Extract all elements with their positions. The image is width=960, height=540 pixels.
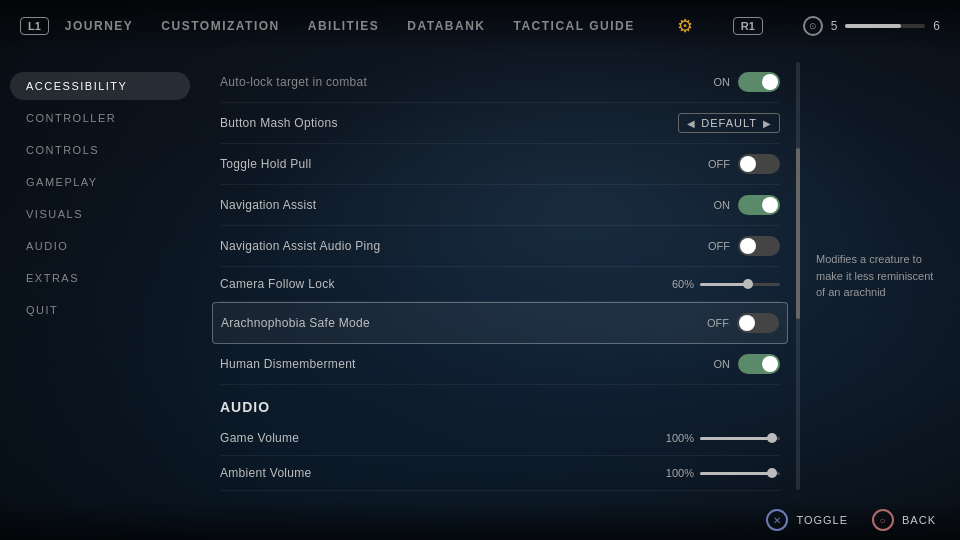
sidebar-item-audio[interactable]: AUDIO — [10, 232, 190, 260]
arachnophobia-control: OFF — [679, 313, 779, 333]
sidebar-item-controls[interactable]: CONTROLS — [10, 136, 190, 164]
gear-icon[interactable]: ⚙ — [671, 12, 699, 40]
camera-follow-value: 60% — [658, 278, 694, 290]
ambient-volume-control: 100% — [658, 467, 780, 479]
setting-game-volume[interactable]: Game Volume 100% — [220, 421, 780, 456]
toggle-action[interactable]: ✕ TOGGLE — [766, 509, 848, 531]
scroll-thumb — [796, 148, 800, 319]
settings-list: Auto-lock target in combat ON Button Mas… — [220, 62, 780, 500]
nav-audio-ping-toggle[interactable] — [738, 236, 780, 256]
progress-bar-fill — [845, 24, 901, 28]
camera-follow-fill — [700, 283, 748, 286]
setting-nav-audio-ping[interactable]: Navigation Assist Audio Ping OFF — [220, 226, 780, 267]
tab-databank[interactable]: DATABANK — [407, 19, 485, 33]
camera-follow-slider-wrap[interactable]: 60% — [658, 278, 780, 290]
progress-bar — [845, 24, 925, 28]
arachnophobia-value: OFF — [701, 317, 729, 329]
setting-dismemberment[interactable]: Human Dismemberment ON — [220, 344, 780, 385]
camera-follow-label: Camera Follow Lock — [220, 277, 658, 291]
sidebar-item-quit[interactable]: QUIT — [10, 296, 190, 324]
game-volume-slider[interactable] — [700, 437, 780, 440]
nav-audio-ping-control: OFF — [680, 236, 780, 256]
game-volume-thumb — [767, 433, 777, 443]
setting-arachnophobia[interactable]: Arachnophobia Safe Mode OFF — [212, 302, 788, 344]
x-button-icon: ✕ — [766, 509, 788, 531]
ambient-volume-label: Ambient Volume — [220, 466, 658, 480]
setting-mono[interactable]: Mono OFF — [220, 491, 780, 500]
setting-camera-follow[interactable]: Camera Follow Lock 60% — [220, 267, 780, 302]
l1-button[interactable]: L1 — [20, 17, 49, 35]
ambient-volume-slider[interactable] — [700, 472, 780, 475]
game-volume-fill — [700, 437, 772, 440]
ambient-volume-fill — [700, 472, 772, 475]
sidebar: ACCESSIBILITY CONTROLLER CONTROLS GAMEPL… — [0, 52, 200, 500]
circle-button-icon: ○ — [872, 509, 894, 531]
default-selector[interactable]: ◀ DEFAULT ▶ — [678, 113, 780, 133]
ambient-volume-thumb — [767, 468, 777, 478]
game-volume-value: 100% — [658, 432, 694, 444]
sidebar-item-extras[interactable]: EXTRAS — [10, 264, 190, 292]
hold-pull-value: OFF — [702, 158, 730, 170]
setting-ambient-volume[interactable]: Ambient Volume 100% — [220, 456, 780, 491]
audio-section-header: AUDIO — [220, 385, 780, 421]
dismemberment-toggle[interactable] — [738, 354, 780, 374]
tab-tactical-guide[interactable]: TACTICAL GUIDE — [513, 19, 634, 33]
autolock-control: ON — [680, 72, 780, 92]
sidebar-item-visuals[interactable]: VISUALS — [10, 200, 190, 228]
nav-assist-toggle[interactable] — [738, 195, 780, 215]
camera-follow-slider[interactable] — [700, 283, 780, 286]
progress-end: 6 — [933, 19, 940, 33]
camera-follow-control: 60% — [658, 278, 780, 290]
game-volume-slider-wrap[interactable]: 100% — [658, 432, 780, 444]
ambient-volume-value: 100% — [658, 467, 694, 479]
autolock-value: ON — [702, 76, 730, 88]
default-value: DEFAULT — [701, 117, 757, 129]
scrollbar[interactable] — [796, 62, 800, 490]
dismemberment-label: Human Dismemberment — [220, 357, 680, 371]
progress-circle-icon: ⊙ — [803, 16, 823, 36]
nav-audio-ping-value: OFF — [702, 240, 730, 252]
nav-tabs: JOURNEY CUSTOMIZATION ABILITIES DATABANK… — [65, 12, 803, 40]
info-panel: Modifies a creature to make it less remi… — [800, 52, 960, 500]
top-navigation: L1 JOURNEY CUSTOMIZATION ABILITIES DATAB… — [0, 0, 960, 52]
back-action[interactable]: ○ BACK — [872, 509, 936, 531]
back-label: BACK — [902, 514, 936, 526]
dismemberment-value: ON — [702, 358, 730, 370]
autolock-toggle[interactable] — [738, 72, 780, 92]
progress-area: ⊙ 5 6 — [803, 16, 940, 36]
content-area: Auto-lock target in combat ON Button Mas… — [200, 52, 800, 500]
arachnophobia-label: Arachnophobia Safe Mode — [221, 316, 679, 330]
sidebar-item-gameplay[interactable]: GAMEPLAY — [10, 168, 190, 196]
arachnophobia-toggle[interactable] — [737, 313, 779, 333]
tab-customization[interactable]: CUSTOMIZATION — [161, 19, 279, 33]
game-volume-control: 100% — [658, 432, 780, 444]
button-mash-label: Button Mash Options — [220, 116, 678, 130]
progress-start: 5 — [831, 19, 838, 33]
tab-journey[interactable]: JOURNEY — [65, 19, 134, 33]
hold-pull-toggle[interactable] — [738, 154, 780, 174]
setting-button-mash[interactable]: Button Mash Options ◀ DEFAULT ▶ — [220, 103, 780, 144]
setting-autolock[interactable]: Auto-lock target in combat ON — [220, 62, 780, 103]
info-panel-text: Modifies a creature to make it less remi… — [816, 251, 944, 301]
nav-assist-control: ON — [680, 195, 780, 215]
hold-pull-control: OFF — [680, 154, 780, 174]
autolock-label: Auto-lock target in combat — [220, 75, 680, 89]
bottom-bar: ✕ TOGGLE ○ BACK — [0, 500, 960, 540]
right-arrow-icon: ▶ — [763, 118, 771, 129]
sidebar-item-accessibility[interactable]: ACCESSIBILITY — [10, 72, 190, 100]
nav-assist-label: Navigation Assist — [220, 198, 680, 212]
left-arrow-icon: ◀ — [687, 118, 695, 129]
r1-button[interactable]: R1 — [733, 17, 763, 35]
nav-audio-ping-label: Navigation Assist Audio Ping — [220, 239, 680, 253]
button-mash-control[interactable]: ◀ DEFAULT ▶ — [678, 113, 780, 133]
ambient-volume-slider-wrap[interactable]: 100% — [658, 467, 780, 479]
setting-hold-pull[interactable]: Toggle Hold Pull OFF — [220, 144, 780, 185]
hold-pull-label: Toggle Hold Pull — [220, 157, 680, 171]
setting-nav-assist[interactable]: Navigation Assist ON — [220, 185, 780, 226]
main-layout: ACCESSIBILITY CONTROLLER CONTROLS GAMEPL… — [0, 52, 960, 500]
sidebar-item-controller[interactable]: CONTROLLER — [10, 104, 190, 132]
nav-assist-value: ON — [702, 199, 730, 211]
tab-abilities[interactable]: ABILITIES — [308, 19, 380, 33]
dismemberment-control: ON — [680, 354, 780, 374]
camera-follow-thumb — [743, 279, 753, 289]
